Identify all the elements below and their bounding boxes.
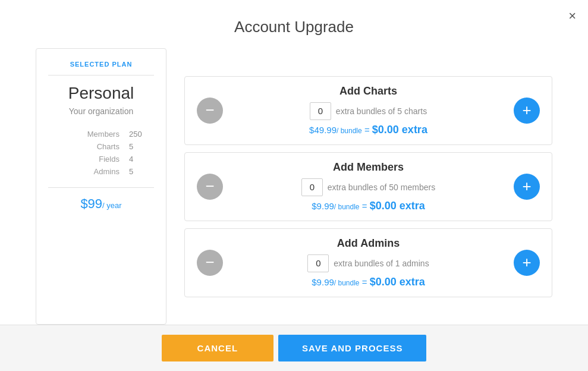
detail-value: 4: [129, 153, 154, 165]
close-button[interactable]: ×: [568, 10, 576, 23]
addon-card-admins: − Add Admins extra bundles of 1 admins $…: [184, 228, 552, 297]
plus-button-admins[interactable]: +: [514, 250, 540, 276]
addon-extra-total-charts: $0.00 extra: [372, 124, 427, 136]
addon-equals-members: =: [362, 201, 370, 211]
addon-equals-admins: =: [362, 277, 370, 287]
addon-price-per-bundle-admins: $9.99: [312, 277, 334, 287]
addon-price-unit-members: / bundle: [334, 203, 360, 211]
detail-label: Admins: [48, 165, 129, 178]
addon-extra-label-admins: extra bundles of 1 admins: [334, 259, 429, 268]
cancel-button[interactable]: CANCEL: [162, 335, 274, 361]
addon-extra-label-members: extra bundles of 50 members: [328, 183, 435, 192]
detail-value: 5: [129, 165, 154, 178]
addon-price-per-bundle-charts: $49.99: [309, 125, 337, 135]
detail-value: 5: [129, 140, 154, 153]
plan-detail-row: Charts5: [48, 140, 154, 153]
addon-input-row-charts: extra bundles of 5 charts: [310, 102, 427, 120]
addon-title-admins: Add Admins: [337, 237, 400, 250]
addon-price-row-charts: $49.99/ bundle = $0.00 extra: [309, 124, 427, 136]
addon-title-charts: Add Charts: [339, 85, 397, 98]
addon-content-admins: Add Admins extra bundles of 1 admins $9.…: [232, 237, 504, 288]
addon-price-row-admins: $9.99/ bundle = $0.00 extra: [312, 276, 425, 288]
addon-equals-charts: =: [364, 125, 372, 135]
addon-price-unit-admins: / bundle: [334, 279, 360, 287]
addon-extra-total-members: $0.00 extra: [370, 200, 425, 212]
detail-label: Fields: [48, 153, 129, 165]
plan-divider2: [48, 187, 154, 188]
addon-price-unit-charts: / bundle: [337, 127, 362, 135]
save-process-button[interactable]: SAVE AND PROCESS: [278, 335, 426, 361]
detail-value: 250: [129, 128, 154, 140]
modal-title: Account Upgrade: [0, 0, 588, 48]
addon-price-row-members: $9.99/ bundle = $0.00 extra: [312, 200, 425, 212]
addon-extra-total-admins: $0.00 extra: [370, 276, 425, 288]
detail-label: Charts: [48, 140, 129, 153]
plus-button-members[interactable]: +: [514, 174, 540, 200]
plan-details: Members250Charts5Fields4Admins5: [48, 128, 154, 178]
addon-content-members: Add Members extra bundles of 50 members …: [232, 161, 504, 212]
plan-price: $99/ year: [80, 196, 121, 212]
plan-panel: SELECTED PLAN Personal Your organization…: [36, 48, 166, 325]
addon-content-charts: Add Charts extra bundles of 5 charts $49…: [232, 85, 504, 136]
addons-panel: − Add Charts extra bundles of 5 charts $…: [184, 48, 552, 325]
addon-price-per-bundle-members: $9.99: [312, 201, 334, 211]
addon-card-members: − Add Members extra bundles of 50 member…: [184, 152, 552, 221]
plan-price-amount: $99: [80, 196, 102, 211]
plan-price-unit: / year: [102, 201, 122, 210]
addon-input-row-admins: extra bundles of 1 admins: [307, 254, 429, 272]
addon-quantity-admins[interactable]: [307, 254, 329, 272]
plan-detail-row: Members250: [48, 128, 154, 140]
selected-plan-label: SELECTED PLAN: [70, 61, 133, 68]
addon-title-members: Add Members: [333, 161, 404, 174]
modal-footer: CANCEL SAVE AND PROCESS: [0, 325, 588, 371]
minus-button-members[interactable]: −: [197, 174, 223, 200]
detail-label: Members: [48, 128, 129, 140]
addon-extra-label-charts: extra bundles of 5 charts: [336, 106, 427, 116]
addon-quantity-members[interactable]: [301, 178, 323, 196]
account-upgrade-modal: × Account Upgrade SELECTED PLAN Personal…: [0, 0, 588, 371]
minus-button-admins[interactable]: −: [197, 250, 223, 276]
modal-body: SELECTED PLAN Personal Your organization…: [0, 48, 588, 325]
plan-org: Your organization: [69, 106, 133, 116]
addon-input-row-members: extra bundles of 50 members: [301, 178, 435, 196]
addon-card-charts: − Add Charts extra bundles of 5 charts $…: [184, 76, 552, 145]
plan-divider: [48, 75, 154, 76]
addon-quantity-charts[interactable]: [310, 102, 331, 120]
minus-button-charts[interactable]: −: [197, 98, 223, 124]
plus-button-charts[interactable]: +: [514, 98, 540, 124]
plan-name: Personal: [68, 84, 134, 103]
plan-detail-row: Fields4: [48, 153, 154, 165]
plan-detail-row: Admins5: [48, 165, 154, 178]
